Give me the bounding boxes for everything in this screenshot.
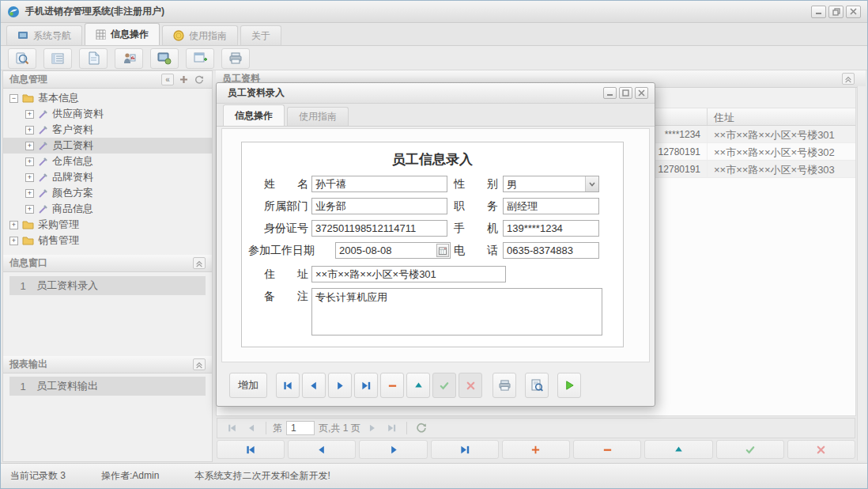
- chevron-down-icon[interactable]: [585, 176, 598, 191]
- position-field[interactable]: [503, 198, 599, 214]
- page-prev-icon[interactable]: [243, 421, 259, 435]
- work-date-field[interactable]: [335, 242, 451, 259]
- grid-save-button[interactable]: [716, 440, 784, 459]
- dialog-title: 员工资料录入: [228, 86, 601, 100]
- tree-node-brand[interactable]: + 品牌资料: [3, 169, 212, 185]
- telephone-field[interactable]: [503, 242, 599, 259]
- position-label: 职 务: [454, 199, 498, 214]
- grid-edit-button[interactable]: [644, 440, 712, 459]
- collapse-up-icon[interactable]: [842, 73, 855, 85]
- record-first-button[interactable]: [276, 373, 300, 398]
- grid-delete-button[interactable]: [573, 440, 641, 459]
- tree-node-sales[interactable]: + 销售管理: [3, 233, 212, 248]
- expand-node-icon[interactable]: +: [25, 173, 34, 182]
- grid-last-button[interactable]: [431, 440, 499, 459]
- dialog-body: 员工信息录入 姓 名 性 别 男 所属部门 职 务 身份证号 手 机: [221, 128, 650, 362]
- info-window-item-employee-entry[interactable]: 1 员工资料录入: [9, 276, 206, 295]
- tree-node-color-scheme[interactable]: + 颜色方案: [3, 185, 212, 201]
- record-prev-button[interactable]: [302, 373, 326, 398]
- tree-node-purchase[interactable]: + 采购管理: [3, 217, 212, 233]
- dialog-tabbar: 信息操作 使用指南: [217, 104, 655, 127]
- grid-header-address[interactable]: 住址: [708, 108, 855, 125]
- expand-node-icon[interactable]: +: [9, 237, 18, 245]
- collapse-up-icon[interactable]: [193, 257, 206, 269]
- print-button[interactable]: [492, 373, 516, 398]
- employee-entry-dialog: 员工资料录入 信息操作 使用指南 员工信息录入 姓 名: [216, 82, 655, 407]
- separator: [266, 422, 266, 434]
- tree-node-basic-info[interactable]: − 基本信息: [3, 90, 212, 106]
- minimize-icon[interactable]: [811, 6, 826, 18]
- tree-node-customer[interactable]: + 客户资料: [3, 122, 212, 138]
- dialog-minimize-icon[interactable]: [603, 87, 617, 99]
- mobile-field[interactable]: [503, 220, 599, 237]
- add-panel-icon[interactable]: [177, 74, 190, 85]
- grid-first-button[interactable]: [217, 440, 285, 459]
- record-save-button[interactable]: [432, 373, 456, 398]
- calendar-icon[interactable]: [436, 244, 449, 257]
- page-first-icon[interactable]: [224, 421, 240, 435]
- name-field[interactable]: [311, 176, 447, 192]
- refresh-icon[interactable]: [193, 74, 206, 85]
- page-prefix: 第: [273, 422, 282, 435]
- remarks-field[interactable]: 专长计算机应用: [311, 288, 602, 335]
- record-edit-button[interactable]: [406, 373, 430, 398]
- gender-select[interactable]: 男: [503, 176, 599, 192]
- table-view-icon[interactable]: [43, 48, 72, 69]
- restore-icon[interactable]: [828, 6, 843, 18]
- expand-node-icon[interactable]: +: [25, 189, 34, 198]
- dialog-tab-user-guide[interactable]: 使用指南: [287, 107, 349, 126]
- dialog-maximize-icon[interactable]: [619, 87, 632, 99]
- refresh-icon[interactable]: [413, 421, 429, 435]
- expand-node-icon[interactable]: +: [25, 205, 34, 214]
- window-add-icon[interactable]: [186, 48, 214, 69]
- print-preview-button[interactable]: [525, 373, 549, 398]
- grid-add-button[interactable]: [502, 440, 570, 459]
- department-field[interactable]: [311, 198, 447, 214]
- dialog-titlebar: 员工资料录入: [217, 83, 655, 104]
- expand-node-icon[interactable]: +: [9, 221, 18, 229]
- add-button[interactable]: 增加: [229, 373, 267, 398]
- record-delete-button[interactable]: [380, 373, 404, 398]
- tab-user-guide[interactable]: 使用指南: [162, 25, 238, 45]
- grid-cancel-button[interactable]: [787, 440, 855, 459]
- dialog-close-icon[interactable]: [635, 87, 648, 99]
- run-button[interactable]: [557, 373, 581, 398]
- page-last-icon[interactable]: [384, 421, 400, 435]
- address-field[interactable]: [311, 266, 506, 282]
- expand-node-icon[interactable]: +: [25, 126, 34, 135]
- record-cancel-button[interactable]: [459, 373, 482, 398]
- search-icon[interactable]: [8, 48, 36, 69]
- dialog-toolbar: 增加: [221, 368, 650, 403]
- tree-node-supplier[interactable]: + 供应商资料: [3, 106, 212, 122]
- tree-node-product[interactable]: + 商品信息: [3, 201, 212, 217]
- document-icon[interactable]: [79, 48, 108, 69]
- tab-system-nav[interactable]: 系统导航: [6, 25, 82, 45]
- collapse-left-icon[interactable]: «: [161, 74, 174, 85]
- id-number-field[interactable]: [311, 220, 447, 237]
- record-count: 当前记录数 3: [10, 469, 66, 483]
- printer-icon[interactable]: [221, 48, 250, 69]
- tool-icon: [38, 204, 48, 214]
- record-next-button[interactable]: [328, 373, 352, 398]
- expand-node-icon[interactable]: +: [25, 157, 34, 166]
- page-next-icon[interactable]: [364, 421, 380, 435]
- dialog-tab-info-operation[interactable]: 信息操作: [223, 104, 285, 126]
- tree-node-warehouse[interactable]: + 仓库信息: [3, 154, 212, 169]
- report-item-employee-output[interactable]: 1 员工资料输出: [9, 377, 206, 396]
- tree-node-employee[interactable]: + 员工资料: [3, 138, 212, 154]
- collapse-up-icon[interactable]: [193, 358, 206, 370]
- expand-node-icon[interactable]: +: [25, 142, 34, 150]
- grid-prev-button[interactable]: [288, 440, 356, 459]
- collapse-node-icon[interactable]: −: [9, 94, 18, 103]
- report-output-header: 报表输出: [3, 356, 212, 373]
- user-report-icon[interactable]: [115, 48, 143, 69]
- expand-node-icon[interactable]: +: [25, 110, 34, 119]
- grid-next-button[interactable]: [359, 440, 427, 459]
- tab-info-operation[interactable]: 信息操作: [85, 23, 160, 45]
- close-icon[interactable]: [846, 6, 861, 18]
- monitor-globe-icon[interactable]: [150, 48, 179, 69]
- page-number-input[interactable]: [286, 421, 315, 435]
- tab-about[interactable]: 关于: [240, 25, 281, 45]
- record-last-button[interactable]: [354, 373, 378, 398]
- id-number-label: 身份证号: [264, 222, 308, 236]
